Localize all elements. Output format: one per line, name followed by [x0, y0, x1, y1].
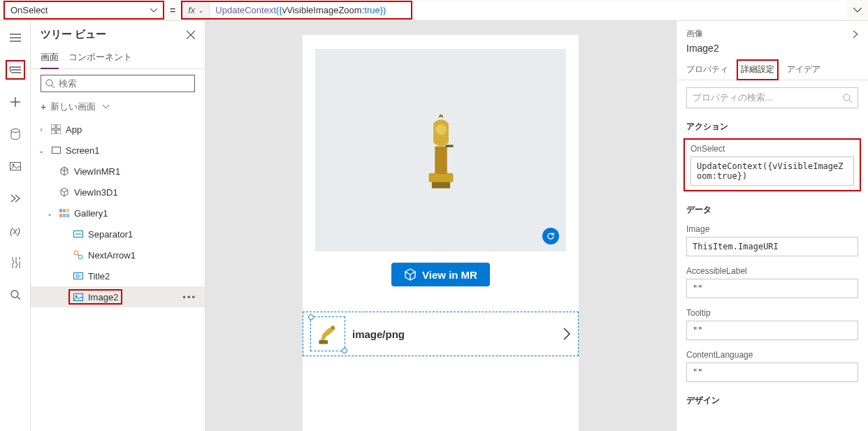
tree-item-viewinmr[interactable]: ViewInMR1: [31, 161, 205, 182]
tab-components[interactable]: コンポーネント: [68, 47, 132, 68]
chevron-right-icon[interactable]: [853, 30, 858, 38]
control-type: 画像: [686, 28, 853, 40]
cube-icon: [59, 187, 70, 198]
tree-title: ツリー ビュー: [41, 28, 187, 41]
plus-icon: +: [41, 101, 46, 112]
field-image-label: Image: [686, 224, 858, 234]
svg-rect-28: [319, 340, 328, 344]
property-dropdown[interactable]: OnSelect: [3, 1, 164, 20]
row-title: image/png: [352, 328, 556, 340]
chevron-down-icon: [103, 105, 109, 109]
field-tooltip-label: Tooltip: [686, 308, 858, 318]
refresh-button[interactable]: [542, 228, 559, 244]
fx-button[interactable]: fx ⌄: [182, 2, 210, 18]
screen-icon: [50, 145, 62, 156]
svg-point-27: [331, 326, 335, 329]
tree-search[interactable]: [41, 75, 195, 92]
chevron-right-icon[interactable]: [563, 328, 571, 340]
left-rail: (x): [0, 21, 31, 431]
property-name: OnSelect: [10, 5, 48, 15]
arrow-icon: [73, 249, 84, 261]
chevron-down-icon: ⌄: [45, 210, 55, 217]
canvas-screen[interactable]: View in MR image/png: [303, 35, 579, 431]
formula-bar: OnSelect = fx ⌄ UpdateContext({vVisibleI…: [0, 0, 868, 21]
tab-screens[interactable]: 画面: [41, 47, 59, 69]
svg-rect-11: [63, 209, 66, 212]
new-screen-button[interactable]: + 新しい画面: [31, 98, 205, 119]
gallery-icon: [59, 207, 70, 219]
chevron-right-icon: ›: [36, 126, 46, 133]
image2-selection[interactable]: [310, 316, 345, 351]
tree-search-input[interactable]: [59, 78, 190, 89]
field-accessiblelabel-value[interactable]: "": [686, 279, 858, 298]
tree-item-viewin3d[interactable]: ViewIn3D1: [31, 182, 205, 203]
svg-point-25: [435, 124, 446, 135]
data-icon[interactable]: [6, 124, 25, 144]
tab-ideas[interactable]: アイデア: [787, 59, 820, 80]
tools-icon[interactable]: [6, 253, 25, 272]
section-data: データ: [677, 198, 868, 221]
tree-item-gallery1[interactable]: ⌄ Gallery1: [31, 203, 205, 224]
svg-rect-9: [52, 147, 60, 154]
field-accessiblelabel-label: AccessibleLabel: [686, 266, 858, 276]
field-tooltip-value[interactable]: "": [686, 321, 858, 340]
svg-rect-10: [59, 209, 62, 212]
svg-rect-15: [66, 214, 69, 217]
svg-rect-8: [57, 130, 61, 134]
mr-icon: [59, 166, 70, 177]
section-design: デザイン: [677, 389, 868, 412]
chevron-down-icon: ⌄: [36, 147, 46, 154]
tree-panel: ツリー ビュー 画面 コンポーネント + 新しい画面 › App ⌄: [31, 21, 205, 431]
tree-item-image2[interactable]: Image2 •••: [31, 286, 205, 307]
field-image-value[interactable]: ThisItem.ImageURI: [686, 237, 858, 256]
tab-properties[interactable]: プロパティ: [686, 59, 728, 80]
search-icon: [843, 94, 852, 103]
tree-item-separator1[interactable]: Separator1: [31, 224, 205, 244]
expand-formula-button[interactable]: [847, 8, 868, 13]
search-icon[interactable]: [6, 285, 25, 305]
cube-icon: [404, 268, 417, 281]
svg-rect-6: [57, 124, 61, 129]
close-icon[interactable]: [187, 31, 195, 39]
tab-advanced[interactable]: 詳細設定: [737, 59, 779, 80]
trophy-image: [417, 108, 465, 192]
canvas-area: View in MR image/png: [205, 21, 676, 431]
svg-point-29: [844, 94, 850, 101]
control-name: Image2: [677, 43, 868, 59]
tree-item-screen1[interactable]: ⌄ Screen1: [31, 140, 205, 161]
tree-item-app[interactable]: › App: [31, 119, 205, 140]
svg-rect-14: [63, 214, 66, 217]
tree-item-title2[interactable]: Title2: [31, 265, 205, 286]
insert-icon[interactable]: [6, 92, 25, 112]
svg-rect-23: [428, 173, 453, 182]
svg-point-3: [11, 291, 18, 298]
more-icon[interactable]: •••: [182, 292, 196, 302]
separator-icon: [73, 228, 84, 240]
chevron-down-icon: [150, 8, 157, 13]
variables-icon[interactable]: (x): [6, 221, 25, 240]
svg-rect-5: [51, 124, 55, 129]
robot-thumbnail: [315, 321, 340, 346]
field-contentlanguage-value[interactable]: "": [686, 363, 858, 382]
equals-label: =: [164, 5, 181, 16]
app-icon: [50, 124, 62, 135]
section-action: アクション: [677, 115, 868, 138]
formula-input[interactable]: UpdateContext({vVisibleImageZoom:true}): [210, 2, 411, 18]
view-in-mr-button[interactable]: View in MR: [391, 263, 490, 286]
hamburger-icon[interactable]: [6, 28, 25, 48]
property-search[interactable]: プロパティの検索...: [686, 87, 858, 108]
tree-item-nextarrow1[interactable]: NextArrow1: [31, 244, 205, 265]
formula-rest[interactable]: [412, 1, 847, 20]
gallery-row-selected[interactable]: image/png: [303, 312, 579, 356]
svg-point-0: [11, 129, 20, 133]
svg-rect-26: [445, 145, 453, 147]
svg-rect-24: [435, 147, 447, 174]
hero-3d-preview[interactable]: [315, 49, 566, 251]
onselect-value[interactable]: UpdateContext({vVisibleImageZoom:true}): [690, 156, 854, 186]
media-icon[interactable]: [6, 156, 25, 176]
chevron-down-icon: ⌄: [198, 6, 203, 14]
tree-view-icon[interactable]: [6, 60, 25, 80]
svg-rect-7: [51, 130, 55, 134]
power-automate-icon[interactable]: [6, 189, 25, 208]
svg-point-2: [12, 164, 14, 166]
